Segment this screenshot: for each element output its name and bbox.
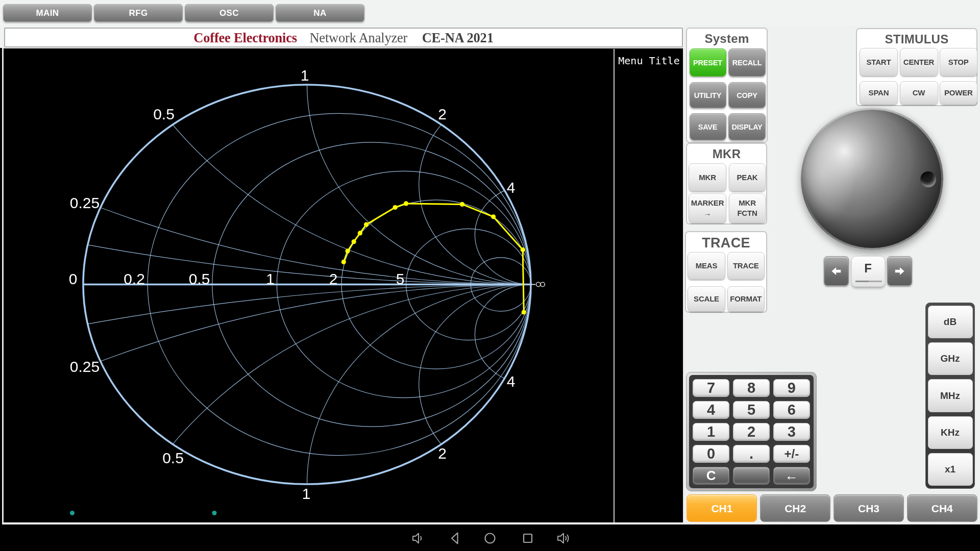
home-icon[interactable] <box>484 531 496 546</box>
chart-tick-label: 1 <box>302 485 311 502</box>
recents-icon[interactable] <box>522 531 534 546</box>
key-7[interactable]: 7 <box>693 379 729 397</box>
mkr-button-marker[interactable]: MARKER→ <box>689 193 726 223</box>
system-button-save[interactable]: SAVE <box>690 113 726 140</box>
chart-tick-label: 2 <box>438 445 447 462</box>
step-right-button[interactable] <box>887 256 912 286</box>
channel-button-ch3[interactable]: CH3 <box>834 494 904 522</box>
brand-name: Coffee Electronics <box>193 30 297 45</box>
unit-key-column: dBGHzMHzKHzx1 <box>925 303 975 489</box>
stimulus-panel-title: STIMULUS <box>857 32 976 46</box>
unit-button-db[interactable]: dB <box>928 306 973 338</box>
chart-tick-label: 2 <box>438 106 447 122</box>
f-key-label: F <box>852 261 885 276</box>
key-dot[interactable]: . <box>733 445 770 463</box>
smith-chart[interactable]: 00.20.51250.250.51240.250.5124 <box>2 48 684 524</box>
chart-tick-label: 0.25 <box>70 194 100 211</box>
key-backspace[interactable]: ← <box>773 467 810 485</box>
step-left-button[interactable] <box>824 256 849 286</box>
tab-rfg[interactable]: RFG <box>94 4 183 22</box>
stimulus-button-center[interactable]: CENTER <box>900 48 938 76</box>
mkr-button-mkr-fctn[interactable]: MKRFCTN <box>729 193 766 223</box>
trace-button-meas[interactable]: MEAS <box>688 252 725 280</box>
chart-tick-label: 0.5 <box>162 449 184 466</box>
key-6[interactable]: 6 <box>773 401 810 419</box>
tab-main[interactable]: MAIN <box>3 4 92 22</box>
channel-button-ch2[interactable]: CH2 <box>760 494 830 522</box>
trace-panel-title: TRACE <box>686 235 766 251</box>
chart-tick-label: 2 <box>329 270 338 287</box>
mkr-panel-title: MKR <box>687 147 766 161</box>
infinity-label <box>536 282 545 286</box>
trace-button-scale[interactable]: SCALE <box>688 286 725 312</box>
trace-panel: TRACE MEASTRACESCALEFORMAT <box>685 231 767 313</box>
chart-tick-label: 0.5 <box>189 270 210 287</box>
system-button-preset[interactable]: PRESET <box>690 48 726 77</box>
title-bar: Coffee Electronics Network Analyzer CE-N… <box>4 28 683 47</box>
stimulus-button-power[interactable]: POWER <box>940 81 977 105</box>
system-button-display[interactable]: DISPLAY <box>728 113 766 140</box>
trace-button-format[interactable]: FORMAT <box>727 286 765 312</box>
channel-button-ch4[interactable]: CH4 <box>907 494 977 522</box>
mkr-button-peak[interactable]: PEAK <box>729 163 766 191</box>
key-3[interactable]: 3 <box>773 423 810 441</box>
knob-dimple <box>920 171 936 187</box>
numeric-keypad-keys: 7894561230.+/-C← <box>689 375 814 489</box>
tab-na[interactable]: NA <box>276 4 364 22</box>
chart-tick-label: 1 <box>301 67 309 84</box>
chart-tick-label: 0.5 <box>153 106 175 122</box>
unit-button-ghz[interactable]: GHz <box>928 342 973 375</box>
system-panel-title: System <box>687 32 767 46</box>
unit-button-khz[interactable]: KHz <box>928 416 973 449</box>
stimulus-button-cw[interactable]: CW <box>900 81 938 105</box>
chart-tick-label: 0.25 <box>70 358 100 375</box>
product-name: Network Analyzer <box>309 30 407 45</box>
rotary-knob-face[interactable] <box>803 110 941 248</box>
key-0[interactable]: 0 <box>693 445 729 463</box>
key-plusminus[interactable]: +/- <box>773 445 810 463</box>
key-2[interactable]: 2 <box>733 423 770 441</box>
trace-button-trace[interactable]: TRACE <box>727 252 765 280</box>
stimulus-button-start[interactable]: START <box>860 48 898 76</box>
system-button-recall[interactable]: RECALL <box>728 48 766 77</box>
chart-tick-label: 4 <box>507 373 516 390</box>
chart-tick-label: 5 <box>396 270 405 287</box>
numeric-keypad: 7894561230.+/-C← <box>686 372 817 492</box>
arrow-left-icon <box>831 266 841 276</box>
tab-osc[interactable]: OSC <box>185 4 274 22</box>
stimulus-button-stop[interactable]: STOP <box>940 48 977 76</box>
key-blank[interactable] <box>733 467 770 485</box>
stimulus-panel: STIMULUS STARTCENTERSTOPSPANCWPOWER <box>856 28 977 106</box>
arrow-right-icon <box>895 266 904 276</box>
system-button-utility[interactable]: UTILITY <box>690 82 726 108</box>
key-8[interactable]: 8 <box>733 379 770 397</box>
system-panel: System PRESETRECALLUTILITYCOPYSAVEDISPLA… <box>686 28 768 143</box>
chart-tick-label: 4 <box>507 179 516 196</box>
volume-up-icon[interactable] <box>556 531 571 546</box>
key-1[interactable]: 1 <box>693 423 729 441</box>
model-number: CE-NA 2021 <box>422 30 494 45</box>
unit-button-x1[interactable]: x1 <box>928 453 973 486</box>
chart-tick-label: 1 <box>266 270 275 287</box>
key-5[interactable]: 5 <box>733 401 770 419</box>
system-button-copy[interactable]: COPY <box>728 82 766 108</box>
mkr-panel: MKR MKRPEAKMARKER→MKRFCTN <box>686 143 767 224</box>
chart-tick-label: 0 <box>69 270 78 287</box>
f-key-underline <box>855 281 882 282</box>
key-9[interactable]: 9 <box>773 379 810 397</box>
volume-down-icon[interactable] <box>411 531 426 546</box>
key-c[interactable]: C <box>693 467 729 485</box>
menu-separator <box>614 49 615 522</box>
key-4[interactable]: 4 <box>693 401 729 419</box>
back-icon[interactable] <box>449 531 460 546</box>
f-key-button[interactable]: F <box>851 256 885 287</box>
mkr-button-mkr[interactable]: MKR <box>689 163 726 191</box>
status-dots <box>70 511 217 515</box>
smith-grid <box>2 48 684 524</box>
menu-title: Menu Title <box>615 55 683 67</box>
rotary-knob[interactable] <box>801 108 943 250</box>
channel-button-ch1[interactable]: CH1 <box>687 494 757 522</box>
unit-button-mhz[interactable]: MHz <box>928 379 973 412</box>
stimulus-button-span[interactable]: SPAN <box>860 81 898 105</box>
chart-tick-label: 0.2 <box>124 270 145 287</box>
